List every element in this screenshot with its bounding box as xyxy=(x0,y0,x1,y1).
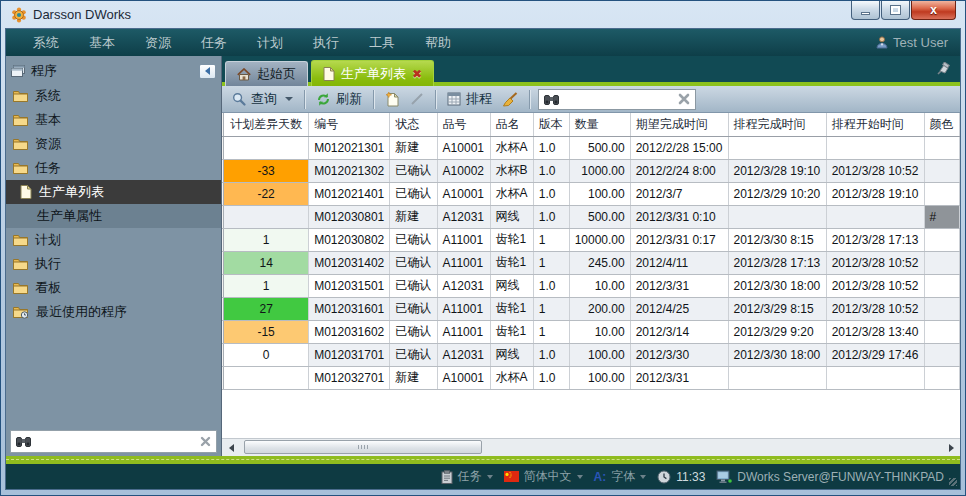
cell-item-name[interactable]: 水杯B xyxy=(490,159,533,182)
sidebar-item-7[interactable]: 执行 xyxy=(6,252,221,276)
cell-qty[interactable]: 500.00 xyxy=(569,205,630,228)
new-document-button[interactable] xyxy=(382,89,403,109)
cell-status[interactable]: 已确认 xyxy=(390,228,437,251)
cell-version[interactable]: 1.0 xyxy=(533,182,569,205)
cell-code[interactable]: M012021401 xyxy=(309,182,390,205)
cell-status[interactable]: 新建 xyxy=(390,136,437,159)
cell-version[interactable]: 1.0 xyxy=(533,159,569,182)
sidebar-item-2[interactable]: 资源 xyxy=(6,132,221,156)
query-button[interactable]: 查询 xyxy=(229,88,296,110)
toolbar-search-input[interactable] xyxy=(563,91,674,107)
sidebar-search[interactable] xyxy=(10,430,217,453)
cell-code[interactable]: M012032701 xyxy=(309,366,390,389)
table-row[interactable]: 1M012030802已确认A11001齿轮1110000.002012/3/3… xyxy=(222,228,960,251)
row-indicator-cell[interactable] xyxy=(222,320,224,343)
status-task[interactable]: 任务 xyxy=(441,468,493,485)
cell-qty[interactable]: 500.00 xyxy=(569,136,630,159)
cell-status[interactable]: 已确认 xyxy=(390,182,437,205)
row-indicator-cell[interactable] xyxy=(222,297,224,320)
toolbar-search[interactable] xyxy=(538,89,696,110)
row-indicator-cell[interactable] xyxy=(222,274,224,297)
cell-item-no[interactable]: A12031 xyxy=(437,343,490,366)
cell-color[interactable] xyxy=(924,182,959,205)
cell-color[interactable] xyxy=(924,159,959,182)
refresh-button[interactable]: 刷新 xyxy=(313,88,365,110)
sidebar-item-5[interactable]: 生产单属性 xyxy=(6,204,221,228)
menu-item-6[interactable]: 工具 xyxy=(354,34,410,52)
cell-expected-finish[interactable]: 2012/3/7 xyxy=(630,182,728,205)
cell-version[interactable]: 1.0 xyxy=(533,136,569,159)
menu-item-7[interactable]: 帮助 xyxy=(410,34,466,52)
tab-0[interactable]: 起始页 xyxy=(225,61,308,86)
cell-plan-diff-days[interactable]: -22 xyxy=(224,182,309,205)
cell-plan-diff-days[interactable] xyxy=(224,366,309,389)
cell-version[interactable]: 1.0 xyxy=(533,205,569,228)
cell-code[interactable]: M012031701 xyxy=(309,343,390,366)
cell-color[interactable] xyxy=(924,251,959,274)
sidebar-search-input[interactable] xyxy=(36,434,195,450)
sidebar-item-6[interactable]: 计划 xyxy=(6,228,221,252)
cell-sched-start[interactable] xyxy=(826,205,924,228)
cell-status[interactable]: 新建 xyxy=(390,366,437,389)
menu-item-2[interactable]: 资源 xyxy=(130,34,186,52)
status-font[interactable]: A: 字体 xyxy=(594,468,647,485)
sidebar-item-9[interactable]: 最近使用的程序 xyxy=(6,300,221,324)
cell-qty[interactable]: 100.00 xyxy=(569,366,630,389)
cell-item-name[interactable]: 网线 xyxy=(490,343,533,366)
cell-sched-start[interactable]: 2012/3/28 19:10 xyxy=(826,182,924,205)
cell-code[interactable]: M012031601 xyxy=(309,297,390,320)
cell-code[interactable]: M012030801 xyxy=(309,205,390,228)
table-row[interactable]: -22M012021401已确认A10001水杯A1.0100.002012/3… xyxy=(222,182,960,205)
cell-plan-diff-days[interactable]: -33 xyxy=(224,159,309,182)
cell-item-no[interactable]: A11001 xyxy=(437,251,490,274)
cell-plan-diff-days[interactable]: 0 xyxy=(224,343,309,366)
cell-code[interactable]: M012031402 xyxy=(309,251,390,274)
cell-expected-finish[interactable]: 2012/3/30 xyxy=(630,343,728,366)
table-row[interactable]: M012030801新建A12031网线1.0500.002012/3/31 0… xyxy=(222,205,960,228)
cell-plan-diff-days[interactable]: 1 xyxy=(224,228,309,251)
cell-status[interactable]: 已确认 xyxy=(390,297,437,320)
cell-expected-finish[interactable]: 2012/3/31 xyxy=(630,366,728,389)
cell-sched-start[interactable]: 2012/3/28 10:52 xyxy=(826,274,924,297)
cell-status[interactable]: 新建 xyxy=(390,205,437,228)
cell-expected-finish[interactable]: 2012/3/31 0:17 xyxy=(630,228,728,251)
cell-item-no[interactable]: A11001 xyxy=(437,297,490,320)
row-indicator-cell[interactable] xyxy=(222,366,224,389)
cell-version[interactable]: 1.0 xyxy=(533,366,569,389)
cell-item-no[interactable]: A10001 xyxy=(437,182,490,205)
cell-qty[interactable]: 10000.00 xyxy=(569,228,630,251)
row-indicator-cell[interactable] xyxy=(222,205,224,228)
cell-expected-finish[interactable]: 2012/3/31 xyxy=(630,274,728,297)
cell-item-name[interactable]: 网线 xyxy=(490,274,533,297)
cell-sched-start[interactable]: 2012/3/28 10:52 xyxy=(826,251,924,274)
cell-qty[interactable]: 200.00 xyxy=(569,297,630,320)
cell-color[interactable] xyxy=(924,136,959,159)
chevron-down-icon[interactable] xyxy=(285,97,293,101)
table-row[interactable]: M012032701新建A10001水杯A1.0100.002012/3/31 xyxy=(222,366,960,389)
user-area[interactable]: Test User xyxy=(876,35,948,50)
table-row[interactable]: 0M012031701已确认A12031网线1.0100.002012/3/30… xyxy=(222,343,960,366)
cell-version[interactable]: 1 xyxy=(533,297,569,320)
menu-item-5[interactable]: 执行 xyxy=(298,34,354,52)
cell-item-no[interactable]: A10002 xyxy=(437,159,490,182)
cell-color[interactable] xyxy=(924,297,959,320)
status-language[interactable]: 简体中文 xyxy=(504,468,583,485)
cell-sched-finish[interactable]: 2012/3/28 17:13 xyxy=(728,251,826,274)
cell-plan-diff-days[interactable] xyxy=(224,136,309,159)
column-header-6[interactable]: 版本 xyxy=(533,113,569,136)
cell-status[interactable]: 已确认 xyxy=(390,159,437,182)
sidebar-collapse-button[interactable] xyxy=(199,64,216,79)
row-indicator-cell[interactable] xyxy=(222,159,224,182)
scroll-right-button[interactable] xyxy=(943,440,959,455)
cell-sched-finish[interactable]: 2012/3/30 18:00 xyxy=(728,274,826,297)
table-row[interactable]: 1M012031501已确认A12031网线1.010.002012/3/312… xyxy=(222,274,960,297)
column-header-7[interactable]: 数量 xyxy=(569,113,630,136)
sidebar-item-8[interactable]: 看板 xyxy=(6,276,221,300)
cell-plan-diff-days[interactable]: 1 xyxy=(224,274,309,297)
cell-item-name[interactable]: 齿轮1 xyxy=(490,228,533,251)
cell-color[interactable] xyxy=(924,343,959,366)
cell-sched-finish[interactable] xyxy=(728,205,826,228)
row-indicator-cell[interactable] xyxy=(222,343,224,366)
table-row[interactable]: -15M012031602已确认A11001齿轮1110.002012/3/14… xyxy=(222,320,960,343)
cell-qty[interactable]: 10.00 xyxy=(569,320,630,343)
